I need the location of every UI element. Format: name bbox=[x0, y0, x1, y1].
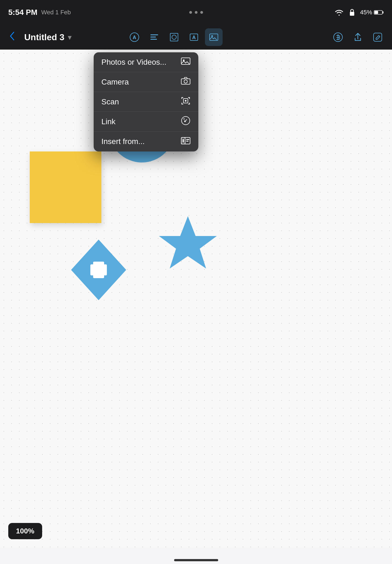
nav-bar: Untitled 3 ▾ A bbox=[0, 25, 392, 50]
diamond-nav-shape[interactable] bbox=[68, 237, 129, 304]
status-dots bbox=[189, 11, 203, 14]
svg-point-20 bbox=[184, 80, 187, 83]
link-menu-item[interactable]: Link bbox=[94, 112, 198, 132]
canvas[interactable]: Photos or Videos... Camera Scan bbox=[0, 50, 392, 547]
battery-icon: 45% bbox=[360, 9, 384, 16]
status-date: Wed 1 Feb bbox=[41, 9, 71, 16]
zoom-level: 100% bbox=[16, 527, 34, 535]
svg-rect-16 bbox=[374, 33, 382, 41]
svg-rect-0 bbox=[350, 12, 354, 16]
svg-text:A: A bbox=[192, 35, 196, 40]
scan-icon bbox=[181, 96, 191, 108]
status-time: 5:54 PM bbox=[8, 8, 37, 17]
svg-rect-28 bbox=[186, 139, 189, 140]
svg-rect-8 bbox=[150, 39, 157, 40]
battery-percent: 45% bbox=[360, 9, 372, 16]
edit-button[interactable] bbox=[369, 28, 386, 46]
photos-videos-menu-item[interactable]: Photos or Videos... bbox=[94, 52, 198, 72]
insert-from-label: Insert from... bbox=[101, 137, 145, 146]
status-bar: 5:54 PM Wed 1 Feb 45% bbox=[0, 0, 392, 25]
back-button[interactable] bbox=[6, 27, 19, 47]
dot3 bbox=[200, 11, 203, 14]
svg-rect-9 bbox=[170, 33, 178, 41]
document-title: Untitled 3 bbox=[24, 32, 64, 42]
nav-title-area: Untitled 3 ▾ bbox=[24, 32, 120, 42]
svg-rect-29 bbox=[186, 141, 188, 142]
link-icon bbox=[181, 116, 191, 128]
media-tool-button[interactable] bbox=[205, 28, 223, 46]
shape-tool-button[interactable] bbox=[165, 28, 183, 46]
link-label: Link bbox=[101, 117, 115, 126]
dot2 bbox=[195, 11, 198, 14]
svg-rect-6 bbox=[150, 34, 158, 35]
photos-videos-label: Photos or Videos... bbox=[101, 58, 166, 67]
svg-rect-27 bbox=[183, 139, 184, 142]
battery-shape bbox=[374, 10, 384, 15]
svg-point-24 bbox=[183, 118, 185, 120]
home-indicator bbox=[174, 559, 218, 561]
insert-from-menu-item[interactable]: Insert from... bbox=[94, 132, 198, 151]
zoom-badge[interactable]: 100% bbox=[8, 523, 42, 539]
title-chevron-icon[interactable]: ▾ bbox=[68, 33, 72, 42]
lock-icon bbox=[349, 9, 355, 16]
scan-menu-item[interactable]: Scan bbox=[94, 92, 198, 112]
text-tool-button[interactable] bbox=[145, 28, 163, 46]
svg-point-14 bbox=[211, 35, 213, 37]
svg-rect-2 bbox=[383, 11, 383, 13]
insert-dropdown-menu: Photos or Videos... Camera Scan bbox=[94, 52, 198, 151]
pen-tool-button[interactable]: A bbox=[126, 28, 143, 46]
toolbar-right bbox=[329, 28, 386, 46]
photos-videos-icon bbox=[181, 57, 191, 67]
dot1 bbox=[189, 11, 192, 14]
star-shape[interactable] bbox=[155, 213, 221, 275]
wifi-icon bbox=[334, 9, 344, 16]
format-tool-button[interactable]: A bbox=[185, 28, 203, 46]
dollar-tool-button[interactable] bbox=[329, 28, 347, 46]
status-icons: 45% bbox=[334, 9, 384, 16]
svg-rect-7 bbox=[150, 37, 156, 37]
insert-from-icon bbox=[181, 136, 191, 147]
svg-rect-3 bbox=[375, 11, 378, 14]
toolbar-center: A A bbox=[126, 28, 223, 46]
camera-menu-item[interactable]: Camera bbox=[94, 72, 198, 92]
camera-label: Camera bbox=[101, 78, 129, 86]
scan-label: Scan bbox=[101, 97, 119, 106]
svg-point-22 bbox=[185, 100, 186, 102]
yellow-square-shape[interactable] bbox=[30, 151, 101, 223]
svg-rect-33 bbox=[90, 264, 107, 275]
svg-marker-30 bbox=[159, 216, 217, 269]
share-button[interactable] bbox=[349, 28, 367, 46]
svg-point-10 bbox=[172, 35, 176, 39]
camera-icon bbox=[181, 77, 191, 87]
svg-text:A: A bbox=[133, 35, 136, 40]
